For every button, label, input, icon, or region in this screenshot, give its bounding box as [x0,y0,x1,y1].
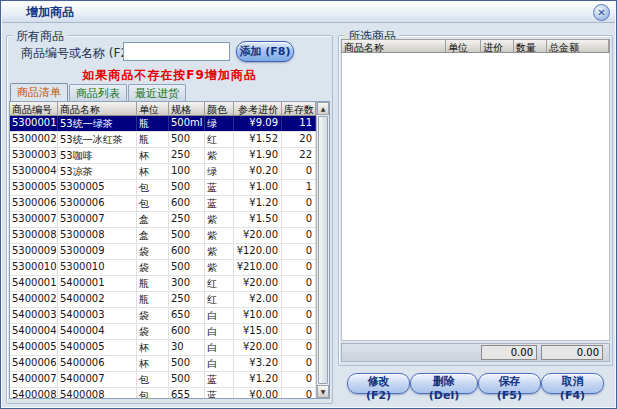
cell: 5300001 [10,116,58,131]
column-header[interactable]: 数量 [514,40,547,52]
cell: 5400005 [10,340,58,355]
tab-2[interactable]: 最近进货 [128,84,186,101]
table-row[interactable]: 54000025400002瓶250红¥2.000 [10,292,316,308]
cell: 红 [205,276,234,291]
cell: 53统一绿茶 [58,116,137,131]
table-row[interactable]: 54000075400007包500蓝¥1.200 [10,372,316,388]
delete-button[interactable]: 删除 (Del) [410,373,478,394]
cell: 0 [282,340,316,355]
table-row[interactable]: 53000065300006包600蓝¥1.200 [10,196,316,212]
table-row[interactable]: 53000075300007盒250紫¥1.500 [10,212,316,228]
cell: 5400008 [58,388,137,398]
cell: 盒 [137,228,169,243]
cancel-button[interactable]: 取消 (F4) [541,373,604,394]
tab-0[interactable]: 商品清单 [10,83,68,101]
table-row[interactable]: 530000353咖啡杯250紫¥1.9022 [10,148,316,164]
cell: 5400004 [58,324,137,339]
column-header[interactable]: 颜色 [205,102,234,115]
scroll-down-button[interactable]: ▼ [317,385,329,398]
cell: 5400001 [10,276,58,291]
table-row[interactable]: 54000085400008包655蓝¥0.000 [10,388,316,398]
column-header[interactable]: 规格 [169,102,205,115]
column-header[interactable]: 商品编号 [10,102,58,115]
close-button[interactable]: ✕ [593,4,610,21]
column-header[interactable]: 商品名称 [342,40,446,52]
product-table-body: 530000153统一绿茶瓶500ml绿¥9.0911530000253统一冰红… [10,116,316,398]
column-header[interactable]: 单位 [137,102,169,115]
table-row[interactable]: 530000153统一绿茶瓶500ml绿¥9.0911 [10,116,316,132]
cell: ¥1.20 [234,372,282,387]
table-row[interactable]: 54000045400004袋600白¥15.000 [10,324,316,340]
cell: 5400003 [10,308,58,323]
cell: ¥20.00 [234,228,282,243]
cell: 300 [169,276,205,291]
modify-button[interactable]: 修改 (F2) [347,373,410,394]
cell: 600 [169,244,205,259]
table-row[interactable]: 54000055400005杯30白¥20.000 [10,340,316,356]
cell: 5300002 [10,132,58,147]
cell: 5400008 [10,388,58,398]
tab-1[interactable]: 商品列表 [69,84,127,101]
column-header[interactable]: 库存数 [282,102,316,115]
selected-table-body[interactable] [341,53,610,341]
column-header[interactable]: 参考进价 [234,102,282,115]
cell: 5300006 [58,196,137,211]
cell: 蓝 [205,180,234,195]
cell: 5400003 [58,308,137,323]
table-row[interactable]: 530000253统一冰红茶瓶500红¥1.5220 [10,132,316,148]
cell: 650 [169,308,205,323]
cell: ¥1.00 [234,180,282,195]
product-table: 商品编号商品名称单位规格颜色参考进价库存数 530000153统一绿茶瓶500m… [9,101,330,399]
cell: 蓝 [205,372,234,387]
cell: 5300008 [10,228,58,243]
cell: 袋 [137,260,169,275]
cell: 250 [169,148,205,163]
cell: 100 [169,164,205,179]
save-button[interactable]: 保存 (F5) [478,373,541,394]
search-input[interactable] [123,42,230,61]
cell: 白 [205,308,234,323]
table-row[interactable]: 54000035400003袋650白¥10.000 [10,308,316,324]
column-header[interactable]: 商品名称 [58,102,137,115]
table-row[interactable]: 53000085300008盒500紫¥20.000 [10,228,316,244]
cell: 绿 [205,116,234,131]
cell: 5300004 [10,164,58,179]
column-header[interactable]: 总金额 [547,40,609,52]
cell: 包 [137,372,169,387]
cell: 5400002 [58,292,137,307]
column-header[interactable]: 单位 [446,40,481,52]
cell: 杯 [137,148,169,163]
column-header[interactable]: 进价 [481,40,514,52]
cell: 500 [169,132,205,147]
table-row[interactable]: 53000105300010袋500紫¥210.000 [10,260,316,276]
cell: 瓶 [137,132,169,147]
cell: 500 [169,372,205,387]
cell: 5400007 [10,372,58,387]
scrollbar-thumb[interactable] [318,116,328,384]
table-row[interactable]: 53000095300009袋600紫¥120.000 [10,244,316,260]
table-row[interactable]: 54000065400006杯500白¥3.200 [10,356,316,372]
table-row[interactable]: 53000055300005包500蓝¥1.001 [10,180,316,196]
scroll-up-button[interactable]: ▲ [317,102,329,115]
cell: 白 [205,356,234,371]
left-table-scrollbar[interactable]: ▲ ▼ [316,102,329,398]
cell: 瓶 [137,276,169,291]
all-products-group: 所有商品 商品编号或名称 (F2) 添加 (F8) 如果商品不存在按F9增加商品… [6,35,333,404]
cell: 5300007 [58,212,137,227]
cell: 500 [169,260,205,275]
cell: ¥0.20 [234,164,282,179]
cell: 0 [282,292,316,307]
table-row[interactable]: 54000015400001瓶300红¥20.000 [10,276,316,292]
cell: 红 [205,292,234,307]
add-button[interactable]: 添加 (F8) [236,41,294,62]
cell: 600 [169,196,205,211]
table-row[interactable]: 530000453凉茶杯100绿¥0.200 [10,164,316,180]
cell: 0 [282,276,316,291]
cell: 0 [282,324,316,339]
cell: 250 [169,212,205,227]
cell: 瓶 [137,116,169,131]
totals-bar: 0.00 0.00 [341,343,610,362]
cell: 5400007 [58,372,137,387]
cell: ¥1.50 [234,212,282,227]
title-bar[interactable]: 增加商品 ✕ [2,2,615,23]
